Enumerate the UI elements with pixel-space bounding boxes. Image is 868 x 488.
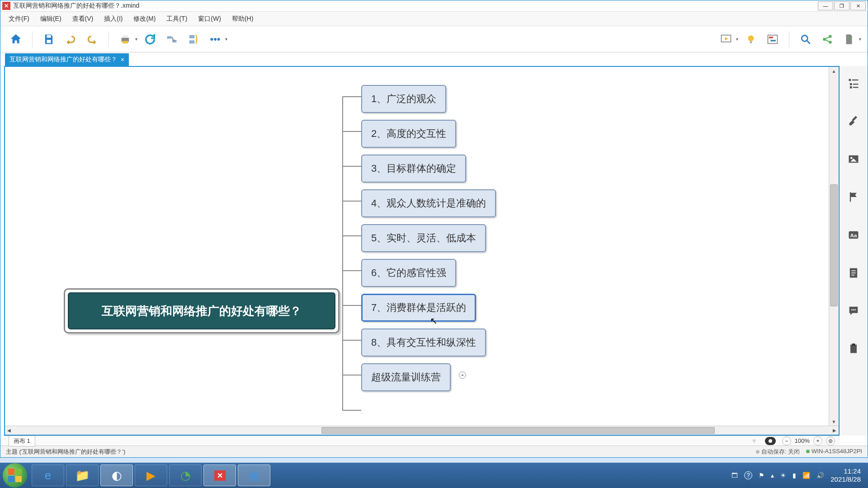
presentation-dropdown[interactable]: ▾ (717, 30, 738, 48)
redo-button[interactable] (83, 30, 101, 48)
lightbulb-icon (745, 33, 757, 45)
gantt-button[interactable] (764, 30, 782, 48)
font-panel-button[interactable]: Aa (845, 227, 862, 243)
document-tab[interactable]: 互联网营销和网络推广的好处有哪些？ × (5, 53, 129, 66)
close-tab-icon[interactable]: × (121, 56, 124, 63)
refresh-button[interactable] (141, 30, 159, 48)
horizontal-scrollbar[interactable]: ◀ ▶ (5, 426, 839, 435)
scroll-thumb[interactable] (321, 427, 715, 434)
close-button[interactable]: ✕ (850, 1, 866, 10)
home-icon (9, 33, 23, 46)
outline-panel-button[interactable] (845, 75, 862, 91)
search-button[interactable] (797, 30, 815, 48)
taskbar-explorer[interactable]: 📁 (66, 465, 99, 486)
svg-rect-24 (849, 79, 851, 81)
svg-point-32 (850, 157, 853, 159)
svg-rect-5 (167, 36, 171, 39)
start-button[interactable] (3, 463, 27, 488)
print-icon (119, 33, 132, 46)
tray-flag-icon[interactable]: ⚑ (759, 472, 764, 479)
menu-edit[interactable]: 编辑(E) (36, 13, 66, 25)
scroll-down-icon[interactable]: ▼ (829, 418, 839, 426)
topic-node[interactable]: 1、广泛的观众 (361, 85, 446, 113)
home-button[interactable] (7, 30, 25, 48)
vertical-scrollbar[interactable]: ▲ ▼ (829, 67, 839, 426)
relationship-button[interactable] (163, 30, 181, 48)
svg-rect-4 (123, 41, 128, 43)
menu-help[interactable]: 帮助(H) (227, 13, 258, 25)
menu-insert[interactable]: 插入(I) (99, 13, 127, 25)
idea-button[interactable] (742, 30, 760, 48)
presentation-icon (720, 33, 732, 46)
menu-window[interactable]: 窗口(W) (193, 13, 226, 25)
menu-modify[interactable]: 修改(M) (129, 13, 160, 25)
tray-weather-icon[interactable]: ☀ (780, 472, 786, 479)
search-icon (800, 33, 811, 45)
taskbar-zoom[interactable]: ▣ (238, 465, 270, 486)
tray-help-icon[interactable]: ? (744, 471, 752, 479)
globe-icon: ◐ (112, 469, 122, 483)
scroll-thumb[interactable] (830, 184, 838, 306)
share-button[interactable] (818, 30, 836, 48)
tray-network-icon[interactable]: 📶 (802, 472, 810, 479)
play-icon: ▶ (146, 469, 156, 483)
topic-node[interactable]: 8、具有交互性和纵深性 (361, 328, 486, 357)
topic-node[interactable]: 超级流量训练营 (361, 363, 451, 391)
topic-node[interactable]: 4、观众人数统计是准确的 (361, 189, 496, 217)
taskbar-browser[interactable]: ◐ (100, 465, 133, 486)
maximize-button[interactable]: ❐ (834, 1, 849, 10)
mindmap-canvas[interactable]: 互联网营销和网络推广的好处有哪些？ 1、广泛的观众 2、高度的交互性 3、目标群… (5, 67, 839, 426)
save-button[interactable] (40, 30, 58, 48)
topic-node[interactable]: 6、它的感官性强 (361, 259, 456, 287)
zoom-out-button[interactable]: − (782, 436, 791, 446)
marker-panel-button[interactable] (845, 189, 862, 205)
zoom-in-button[interactable]: + (813, 436, 822, 446)
export-icon (843, 33, 855, 45)
task-panel-button[interactable] (845, 341, 862, 357)
expand-collapse-icon[interactable]: + (459, 371, 466, 379)
scroll-right-icon[interactable]: ▶ (830, 426, 839, 435)
sheet-tab[interactable]: 画布 1 (9, 436, 35, 446)
more-dropdown[interactable]: ••• ▾ (206, 30, 227, 48)
tray-work-icon[interactable]: 🗔 (731, 472, 738, 479)
taskbar-ie[interactable]: e (32, 465, 64, 486)
taskbar-media[interactable]: ▶ (135, 465, 167, 486)
central-topic[interactable]: 互联网营销和网络推广的好处有哪些？ (64, 288, 340, 333)
format-panel-button[interactable] (845, 113, 862, 129)
tray-battery-icon[interactable]: ▮ (793, 472, 796, 479)
menu-tools[interactable]: 工具(T) (162, 13, 192, 25)
topic-label: 1、广泛的观众 (371, 93, 436, 104)
comments-panel-button[interactable] (845, 303, 862, 319)
topic-node[interactable]: 5、实时、灵活、低成本 (361, 224, 486, 252)
topic-node[interactable]: 2、高度的交互性 (361, 120, 456, 148)
svg-point-16 (802, 35, 807, 41)
taskbar-xmind[interactable]: ✕ (203, 465, 236, 486)
topic-node[interactable]: 3、目标群体的确定 (361, 155, 466, 183)
tray-volume-icon[interactable]: 🔊 (816, 472, 824, 479)
svg-rect-12 (750, 41, 752, 43)
svg-line-22 (826, 40, 830, 42)
central-topic-label: 互联网营销和网络推广的好处有哪些？ (68, 292, 335, 329)
tray-clock[interactable]: 11:24 2021/8/28 (830, 467, 861, 483)
svg-rect-0 (47, 35, 51, 38)
preview-toggle[interactable] (765, 437, 776, 445)
notes-panel-button[interactable] (845, 265, 862, 281)
zoom-fit-button[interactable]: ⊜ (826, 436, 835, 446)
print-dropdown[interactable]: ▾ (116, 30, 137, 48)
tray-up-icon[interactable]: ▴ (771, 472, 774, 479)
filter-icon[interactable]: ▿ (750, 437, 759, 445)
topic-label: 超级流量训练营 (371, 371, 441, 383)
minimize-button[interactable]: — (818, 1, 833, 10)
chevron-down-icon: ▾ (135, 37, 137, 42)
boundary-button[interactable] (184, 30, 203, 48)
undo-button[interactable] (61, 30, 80, 48)
export-dropdown[interactable]: ▾ (840, 30, 861, 48)
scroll-up-icon[interactable]: ▲ (829, 67, 839, 75)
menu-file[interactable]: 文件(F) (4, 13, 34, 25)
tray-time: 11:24 (830, 467, 861, 475)
taskbar-chat[interactable]: ◔ (169, 465, 202, 486)
scroll-left-icon[interactable]: ◀ (5, 426, 13, 435)
image-panel-button[interactable] (845, 151, 862, 167)
topic-node-selected[interactable]: 7、消费群体是活跃的 (361, 294, 476, 322)
menu-view[interactable]: 查看(V) (68, 13, 98, 25)
